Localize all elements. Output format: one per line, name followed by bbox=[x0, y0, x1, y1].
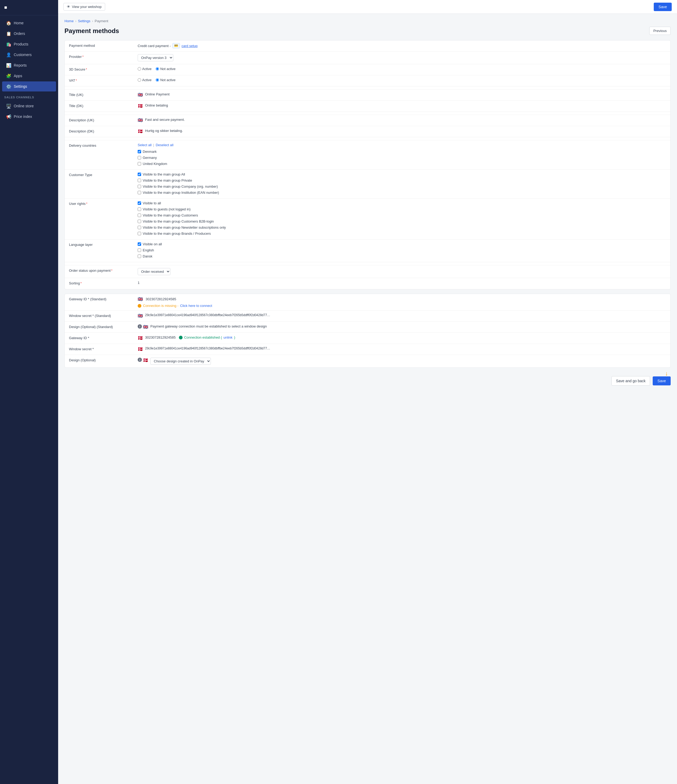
payment-method-label: Payment method bbox=[65, 40, 134, 51]
sidebar-item-label-reports: Reports bbox=[14, 63, 27, 67]
customers-icon: 👤 bbox=[6, 52, 11, 57]
apps-icon: 🧩 bbox=[6, 73, 11, 78]
sidebar-logo: ■ bbox=[0, 0, 58, 16]
design-dk-select[interactable]: Choose design created in OnPay bbox=[151, 358, 211, 365]
breadcrumb-sep-1: › bbox=[75, 19, 76, 23]
title-dk-label: Title (DK) bbox=[65, 101, 134, 112]
breadcrumb-settings[interactable]: Settings bbox=[78, 19, 90, 23]
spacer-2 bbox=[65, 112, 671, 115]
title-uk-label: Title (UK) bbox=[65, 90, 134, 100]
card-setup-link[interactable]: card setup bbox=[182, 44, 198, 48]
title-uk-value: 🇬🇧 Online Payment bbox=[134, 90, 671, 100]
sidebar-item-apps[interactable]: 🧩Apps bbox=[2, 71, 56, 81]
sidebar-item-products[interactable]: 🛍️Products bbox=[2, 39, 56, 49]
user-rights-all[interactable]: Visible to all bbox=[138, 201, 161, 205]
topbar: 👁 View your webshop Save bbox=[58, 0, 677, 14]
vat-active[interactable]: Active bbox=[138, 78, 151, 82]
3d-secure-value: Active Not active bbox=[134, 64, 671, 75]
vat-value: Active Not active bbox=[134, 75, 671, 86]
user-rights-customers[interactable]: Visible to the main group Customers bbox=[138, 213, 198, 217]
previous-button[interactable]: Previous bbox=[649, 27, 671, 35]
payment-method-row: Payment method Credit card payment - 💳 c… bbox=[65, 40, 671, 51]
country-uk[interactable]: United Kingdom bbox=[138, 162, 167, 166]
action-bar: Save and go back ↓ Save bbox=[64, 372, 671, 388]
click-here-connect-link[interactable]: Click here to connect bbox=[180, 304, 212, 308]
breadcrumb-home[interactable]: Home bbox=[64, 19, 74, 23]
info-icon-design-dk[interactable]: i bbox=[138, 358, 142, 362]
save-button-bottom[interactable]: Save bbox=[653, 376, 671, 386]
dk-flag-gateway: 🇩🇰 bbox=[138, 336, 143, 341]
gateway-id-standard-row: Gateway ID * (Standard) 🇬🇧 3023072812924… bbox=[65, 294, 671, 311]
customer-type-institution[interactable]: Visible to the main group Institution (E… bbox=[138, 191, 219, 194]
title-uk-row: Title (UK) 🇬🇧 Online Payment bbox=[65, 90, 671, 101]
sidebar-logo-text: ■ bbox=[4, 5, 7, 10]
customer-type-all[interactable]: Visible to the main group All bbox=[138, 172, 185, 176]
3d-secure-active[interactable]: Active bbox=[138, 67, 151, 71]
design-optional-dk-value: i 🇩🇰 Choose design created in OnPay bbox=[134, 355, 671, 367]
3d-secure-label: 3D Secure* bbox=[65, 64, 134, 75]
sidebar-item-settings[interactable]: ⚙️Settings bbox=[2, 81, 56, 92]
info-icon-design-standard[interactable]: i bbox=[138, 324, 142, 328]
design-optional-dk-label: Design (Optional) bbox=[65, 355, 134, 367]
card-icon: 💳 bbox=[172, 43, 180, 48]
sidebar-item-label-home: Home bbox=[14, 21, 23, 25]
order-status-select[interactable]: Order received bbox=[138, 268, 171, 275]
user-rights-customers-b2b[interactable]: Visible to the main group Customers B2B-… bbox=[138, 219, 214, 223]
save-button-top[interactable]: Save bbox=[654, 3, 672, 11]
language-english[interactable]: English bbox=[138, 248, 154, 252]
country-germany[interactable]: Germany bbox=[138, 156, 157, 160]
dk-flag: 🇩🇰 bbox=[138, 103, 143, 108]
select-all-link[interactable]: Select all bbox=[138, 143, 152, 147]
user-rights-label: User rights* bbox=[65, 199, 134, 239]
deselect-all-link[interactable]: Deselect all bbox=[156, 143, 173, 147]
sidebar-item-price-index[interactable]: 📢Price index bbox=[2, 112, 56, 121]
vat-radio-group: Active Not active bbox=[138, 78, 175, 82]
arrow-down-icon: ↓ bbox=[665, 370, 668, 377]
content-area: Home › Settings › Payment Payment method… bbox=[58, 14, 677, 784]
customer-type-private[interactable]: Visible to the main group Private bbox=[138, 179, 192, 182]
window-secret-dk-row: Window secret * 🇩🇰 29c9e1e39971e88041ce4… bbox=[65, 344, 671, 355]
provider-row: Provider* OnPay version 3 bbox=[65, 51, 671, 64]
order-status-row: Order status upon payment* Order receive… bbox=[65, 265, 671, 278]
language-dansk[interactable]: Dansk bbox=[138, 254, 152, 258]
sidebar-item-home[interactable]: 🏠Home bbox=[2, 18, 56, 28]
user-rights-brands[interactable]: Visible to the main group Brands / Produ… bbox=[138, 232, 211, 235]
sidebar-item-label-online-store: Online store bbox=[14, 104, 34, 108]
description-uk-row: Description (UK) 🇬🇧 Fast and secure paym… bbox=[65, 115, 671, 126]
eye-icon: 👁 bbox=[67, 5, 70, 9]
view-webshop-label: View your webshop bbox=[72, 5, 102, 9]
language-layer-value: Visible on all English Dansk bbox=[134, 240, 671, 262]
sidebar-item-customers[interactable]: 👤Customers bbox=[2, 50, 56, 60]
3d-secure-row: 3D Secure* Active Not active bbox=[65, 64, 671, 75]
3d-secure-not-active[interactable]: Not active bbox=[156, 67, 175, 71]
user-rights-newsletter[interactable]: Visible to the main group Newsletter sub… bbox=[138, 226, 226, 229]
customer-type-company[interactable]: Visible to the main group Company (org. … bbox=[138, 185, 218, 188]
design-optional-standard-label: Design (Optional) (Standard) bbox=[65, 322, 134, 333]
order-status-value: Order received bbox=[134, 265, 671, 278]
sidebar-item-label-customers: Customers bbox=[14, 53, 32, 57]
connection-established-status: Connection established (unlink) bbox=[179, 336, 235, 339]
user-rights-guests[interactable]: Visible to guests (not logged in) bbox=[138, 207, 191, 211]
vat-row: VAT* Active Not active bbox=[65, 75, 671, 86]
sidebar-item-orders[interactable]: 📋Orders bbox=[2, 28, 56, 39]
save-go-back-button[interactable]: Save and go back bbox=[612, 376, 650, 386]
design-optional-dk-row: Design (Optional) i 🇩🇰 Choose design cre… bbox=[65, 355, 671, 367]
vat-not-active[interactable]: Not active bbox=[156, 78, 175, 82]
provider-select[interactable]: OnPay version 3 bbox=[138, 54, 173, 61]
dk-flag-desc: 🇩🇰 bbox=[138, 129, 143, 134]
breadcrumb: Home › Settings › Payment bbox=[64, 19, 671, 23]
view-webshop-button[interactable]: 👁 View your webshop bbox=[64, 3, 105, 11]
sidebar-item-label-products: Products bbox=[14, 42, 28, 46]
sidebar-item-online-store[interactable]: 🖥️Online store bbox=[2, 101, 56, 111]
customer-type-label: Customer Type bbox=[65, 170, 134, 198]
description-dk-label: Description (DK) bbox=[65, 126, 134, 137]
language-visible-all[interactable]: Visible on all bbox=[138, 242, 162, 246]
sidebar-item-label-price-index: Price index bbox=[14, 114, 32, 119]
design-optional-standard-row: Design (Optional) (Standard) i 🇬🇧 Paymen… bbox=[65, 322, 671, 333]
customer-type-value: Visible to the main group All Visible to… bbox=[134, 170, 671, 198]
sorting-value: 1 bbox=[134, 278, 671, 289]
sidebar-item-reports[interactable]: 📊Reports bbox=[2, 60, 56, 70]
unlink-link[interactable]: unlink bbox=[224, 336, 233, 339]
title-dk-value: 🇩🇰 Online betaling bbox=[134, 101, 671, 112]
country-denmark[interactable]: Denmark bbox=[138, 149, 157, 154]
